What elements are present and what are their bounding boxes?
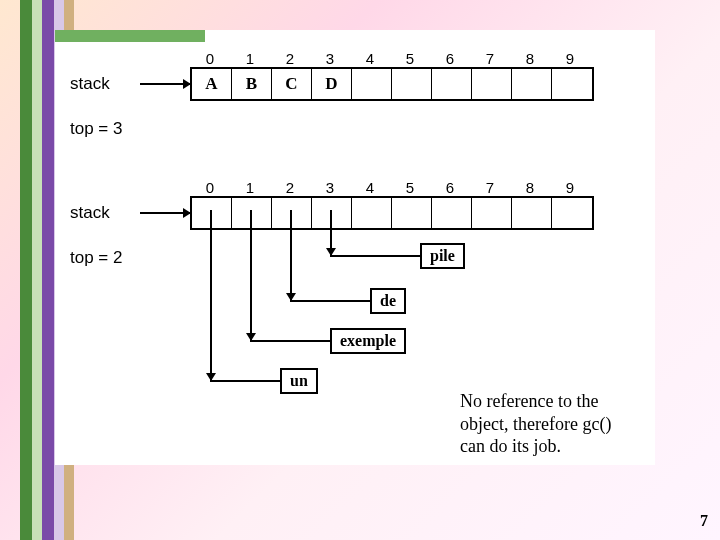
caption-line: No reference to the [460, 391, 598, 411]
cell [552, 198, 592, 228]
index-label: 4 [350, 179, 390, 196]
cell [352, 69, 392, 99]
index-label: 8 [510, 50, 550, 67]
cells-1: A B C D [190, 67, 594, 101]
cell [512, 69, 552, 99]
cell: A [192, 69, 232, 99]
index-label: 0 [190, 179, 230, 196]
indices-row-1: 0 1 2 3 4 5 6 7 8 9 [190, 50, 650, 67]
arrow-icon [140, 83, 190, 85]
ref-box-pile: pile [420, 243, 465, 269]
index-label: 7 [470, 179, 510, 196]
ref-box-un: un [280, 368, 318, 394]
caption-line: object, therefore gc() [460, 414, 611, 434]
index-label: 5 [390, 179, 430, 196]
index-label: 9 [550, 50, 590, 67]
caption-line: can do its job. [460, 436, 561, 456]
caption-text: No reference to the object, therefore gc… [460, 390, 660, 458]
cell [392, 69, 432, 99]
index-label: 4 [350, 50, 390, 67]
index-label: 2 [270, 50, 310, 67]
cell: B [232, 69, 272, 99]
top-marker-icon [325, 103, 335, 113]
index-label: 6 [430, 179, 470, 196]
cell [352, 198, 392, 228]
arrow-icon [140, 212, 190, 214]
stack-label-1: stack [70, 74, 140, 94]
index-label: 9 [550, 179, 590, 196]
index-label: 6 [430, 50, 470, 67]
cell [472, 198, 512, 228]
ref-box-de: de [370, 288, 406, 314]
index-label: 2 [270, 179, 310, 196]
ref-box-exemple: exemple [330, 328, 406, 354]
cell [192, 198, 232, 228]
cell [392, 198, 432, 228]
cell [272, 198, 312, 228]
index-label: 7 [470, 50, 510, 67]
index-label: 1 [230, 179, 270, 196]
indices-row-2: 0 1 2 3 4 5 6 7 8 9 [190, 179, 650, 196]
cell [432, 69, 472, 99]
accent-bar [55, 30, 205, 42]
index-label: 8 [510, 179, 550, 196]
top-value-2: top = 2 [70, 248, 650, 268]
cell [232, 198, 272, 228]
stack-label-2: stack [70, 203, 140, 223]
index-label: 3 [310, 50, 350, 67]
cell [552, 69, 592, 99]
cell [512, 198, 552, 228]
index-label: 5 [390, 50, 430, 67]
cell: D [312, 69, 352, 99]
index-label: 0 [190, 50, 230, 67]
cell: C [272, 69, 312, 99]
cell [312, 198, 352, 228]
top-value-1: top = 3 [70, 119, 650, 139]
cell [472, 69, 512, 99]
cell [432, 198, 472, 228]
index-label: 3 [310, 179, 350, 196]
array-group-1: 0 1 2 3 4 5 6 7 8 9 stack A B C D [70, 50, 650, 139]
index-label: 1 [230, 50, 270, 67]
page-number: 7 [700, 512, 708, 530]
